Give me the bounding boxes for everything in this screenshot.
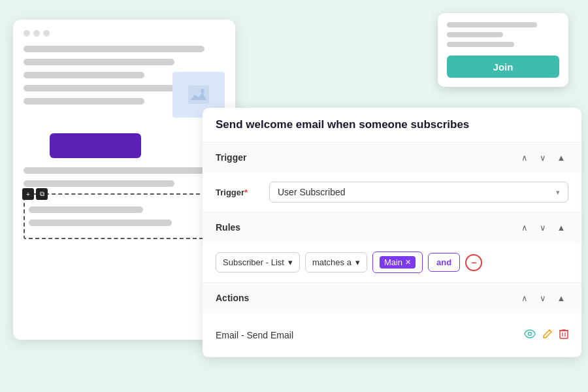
trigger-section: Trigger ∧ ∨ ▲ Trigger* User Subscribed ▾ [203,142,581,212]
rules-collapse-button[interactable]: ▲ [554,220,568,235]
action-name: Email - Send Email [216,330,293,340]
browser-dots [24,30,225,37]
action-delete-icon[interactable] [559,329,568,341]
copy-handle[interactable]: ⧉ [36,188,48,200]
mock-line-3 [24,72,144,78]
trigger-section-controls: ∧ ∨ ▲ [517,150,568,165]
join-button[interactable]: Join [447,56,559,78]
actions-section-title: Actions [216,293,249,303]
rules-section-controls: ∧ ∨ ▲ [517,220,568,235]
mock-cta-button [50,133,141,158]
rules-section: Rules ∧ ∨ ▲ Subscriber - List ▾ matches … [203,212,581,283]
action-edit-icon[interactable] [542,329,553,341]
panel-title: Send welcome email when someone subscrib… [203,108,581,142]
tag-input[interactable]: Main ✕ [372,252,423,273]
tag-remove-icon[interactable]: ✕ [405,258,411,267]
mock-line-7 [24,180,174,187]
actions-up-button[interactable]: ∧ [517,291,532,305]
required-star: * [244,188,248,197]
trigger-collapse-button[interactable]: ▲ [554,150,568,165]
mock-line-6 [24,167,204,174]
dot-2 [33,30,40,37]
trigger-section-body: Trigger* User Subscribed ▾ [203,172,581,212]
trigger-section-title: Trigger [216,152,246,163]
rules-section-body: Subscriber - List ▾ matches a ▾ Main ✕ a… [203,242,581,282]
join-card-line-1 [447,22,537,27]
main-tag: Main ✕ [380,256,416,269]
svg-rect-3 [560,331,568,338]
remove-rule-button[interactable]: − [465,254,482,271]
svg-rect-0 [188,86,209,104]
rules-down-button[interactable]: ∨ [536,220,550,235]
tag-value: Main [384,257,402,267]
rules-up-button[interactable]: ∧ [517,220,532,235]
join-card-line-3 [447,42,514,47]
mock-line-4 [24,85,174,91]
join-card: Join [438,13,568,87]
actions-section-controls: ∧ ∨ ▲ [517,291,568,305]
rules-row: Subscriber - List ▾ matches a ▾ Main ✕ a… [216,252,568,273]
trigger-field-label: Trigger* [216,188,261,197]
matches-chevron-icon: ▾ [355,257,360,267]
automation-panel: Send welcome email when someone subscrib… [203,108,581,357]
trigger-field-row: Trigger* User Subscribed ▾ [216,182,568,203]
mock-line-5 [24,98,144,105]
trigger-selected-value: User Subscribed [278,187,346,197]
subscriber-chevron-icon: ▾ [288,257,293,267]
join-card-line-2 [447,32,503,37]
matches-label: matches a [312,257,351,267]
actions-section-header: Actions ∧ ∨ ▲ [203,283,581,313]
dot-1 [24,30,30,37]
mock-line-8 [29,206,143,213]
mock-line-1 [24,46,204,52]
mock-line-9 [29,220,172,226]
trigger-up-button[interactable]: ∧ [517,150,532,165]
actions-down-button[interactable]: ∨ [536,291,550,305]
add-handle[interactable]: + [22,188,34,200]
dot-3 [43,30,50,37]
trigger-chevron-icon: ▾ [556,188,560,197]
subscriber-list-label: Subscriber - List [223,257,284,267]
svg-point-1 [201,89,204,93]
browser-mockup: + ⧉ [13,20,235,340]
actions-section: Actions ∧ ∨ ▲ Email - Send Email [203,283,581,357]
rules-section-title: Rules [216,222,240,233]
and-button[interactable]: and [428,253,460,272]
action-row: Email - Send Email [216,322,568,348]
action-icons [524,329,568,341]
trigger-select[interactable]: User Subscribed ▾ [269,182,568,203]
matches-select[interactable]: matches a ▾ [305,252,367,272]
subscriber-list-select[interactable]: Subscriber - List ▾ [216,252,300,272]
trigger-section-header: Trigger ∧ ∨ ▲ [203,142,581,172]
selection-handles: + ⧉ [22,188,48,200]
actions-collapse-button[interactable]: ▲ [554,291,568,305]
actions-section-body: Email - Send Email [203,313,581,357]
mock-line-2 [24,59,174,65]
action-view-icon[interactable] [524,329,536,340]
dashed-selection: + ⧉ [24,193,225,239]
svg-point-2 [529,333,532,336]
trigger-down-button[interactable]: ∨ [536,150,550,165]
rules-section-header: Rules ∧ ∨ ▲ [203,212,581,242]
